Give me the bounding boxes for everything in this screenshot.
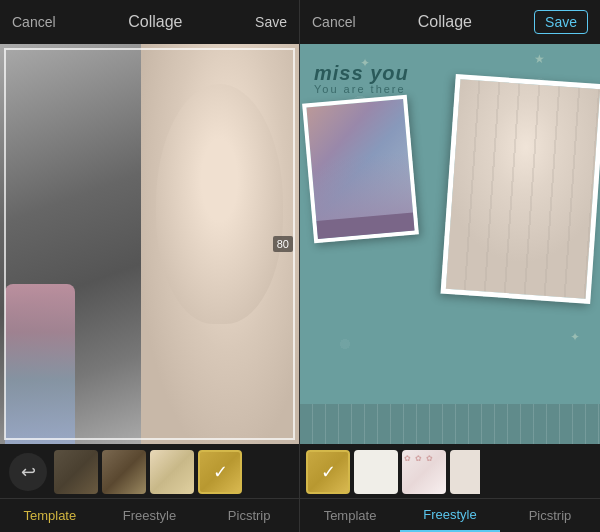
right-thumb-selected[interactable]: ✓ bbox=[306, 450, 350, 494]
left-thumb-check-icon: ✓ bbox=[200, 452, 240, 492]
right-thumb-pattern[interactable] bbox=[402, 450, 446, 494]
right-tab-picstrip[interactable]: Picstrip bbox=[500, 499, 600, 532]
right-thumbnails-row: ✓ bbox=[300, 444, 600, 498]
right-collage: ✦ ★ ✦ ✦ miss you You are there 80 bbox=[300, 44, 600, 444]
right-thumb-partial[interactable] bbox=[450, 450, 480, 494]
right-tab-freestyle[interactable]: Freestyle bbox=[400, 499, 500, 532]
left-thumb-selected[interactable]: ✓ bbox=[198, 450, 242, 494]
right-thumb-check-icon: ✓ bbox=[308, 452, 348, 492]
left-back-button[interactable]: ↩ bbox=[9, 453, 47, 491]
left-tab-picstrip[interactable]: Picstrip bbox=[199, 499, 299, 532]
left-cancel-button[interactable]: Cancel bbox=[12, 14, 56, 30]
left-thumb-2[interactable] bbox=[102, 450, 146, 494]
left-brightness-badge: 80 bbox=[273, 236, 293, 252]
left-collage: 80 bbox=[0, 44, 299, 444]
right-title: Collage bbox=[418, 13, 472, 31]
left-thumbnails-row: ↩ ✓ bbox=[0, 444, 299, 498]
left-collage-split bbox=[0, 44, 299, 444]
right-you-there-text: You are there bbox=[314, 83, 409, 95]
left-tabs-row: Template Freestyle Picstrip bbox=[0, 498, 299, 532]
right-template-photo-2[interactable] bbox=[441, 74, 600, 304]
right-header: Cancel Collage Save bbox=[300, 0, 600, 44]
left-tab-template[interactable]: Template bbox=[0, 499, 100, 532]
right-tab-template[interactable]: Template bbox=[300, 499, 400, 532]
left-title: Collage bbox=[128, 13, 182, 31]
left-panel: Cancel Collage Save 80 ↩ ✓ bbox=[0, 0, 300, 532]
left-thumb-3[interactable] bbox=[150, 450, 194, 494]
star-icon-2: ★ bbox=[534, 52, 545, 66]
left-save-button[interactable]: Save bbox=[255, 14, 287, 30]
left-header: Cancel Collage Save bbox=[0, 0, 299, 44]
left-toolbar: ↩ ✓ Template Freestyle Picstrip bbox=[0, 444, 299, 532]
left-thumb-1[interactable] bbox=[54, 450, 98, 494]
right-overlay-text: miss you You are there bbox=[314, 62, 409, 95]
left-canvas: 80 bbox=[0, 44, 299, 444]
right-toolbar: ✓ Template Freestyle Picstrip bbox=[300, 444, 600, 532]
right-save-button[interactable]: Save bbox=[534, 10, 588, 34]
right-tabs-row: Template Freestyle Picstrip bbox=[300, 498, 600, 532]
right-thumb-white[interactable] bbox=[354, 450, 398, 494]
right-panel: Cancel Collage Save ✦ ★ ✦ ✦ miss you You… bbox=[300, 0, 600, 532]
left-person-figure bbox=[5, 284, 75, 444]
right-building-sketch bbox=[300, 404, 600, 444]
right-canvas: ✦ ★ ✦ ✦ miss you You are there 80 bbox=[300, 44, 600, 444]
right-cancel-button[interactable]: Cancel bbox=[312, 14, 356, 30]
star-icon-4: ✦ bbox=[570, 330, 580, 344]
right-template-photo-1[interactable] bbox=[302, 95, 419, 244]
left-photo-slot-left[interactable] bbox=[0, 44, 141, 444]
left-tab-freestyle[interactable]: Freestyle bbox=[100, 499, 200, 532]
right-miss-you-text: miss you bbox=[314, 62, 409, 85]
